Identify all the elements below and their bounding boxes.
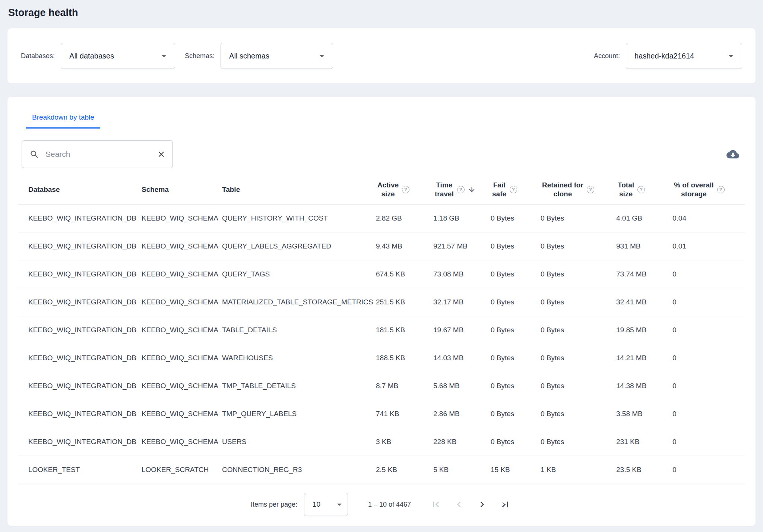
items-per-page-select[interactable]: 10 (304, 493, 348, 516)
table-row: KEEBO_WIQ_INTEGRATION_DBKEEBO_WIQ_SCHEMA… (18, 260, 745, 288)
table-row: KEEBO_WIQ_INTEGRATION_DBKEEBO_WIQ_SCHEMA… (18, 288, 745, 316)
column-header-label: Failsafe (492, 181, 506, 199)
cell-time-travel: 19.67 MB (433, 326, 491, 334)
table-row: KEEBO_WIQ_INTEGRATION_DBKEEBO_WIQ_SCHEMA… (18, 316, 745, 344)
cell-retained-for-clone: 0 Bytes (541, 438, 616, 446)
sort-desc-icon[interactable] (468, 186, 476, 193)
cell-time-travel: 32.17 MB (433, 298, 491, 306)
items-per-page-label: Items per page: (251, 501, 297, 509)
previous-page-button[interactable] (452, 497, 466, 512)
schemas-select[interactable]: All schemas (221, 43, 333, 69)
download-button[interactable] (726, 147, 740, 161)
column-header-total-size[interactable]: Totalsize (616, 181, 672, 199)
clear-search-button[interactable] (156, 149, 167, 159)
table-row: KEEBO_WIQ_INTEGRATION_DBKEEBO_WIQ_SCHEMA… (18, 372, 745, 400)
cell-schema: KEEBO_WIQ_SCHEMA (142, 354, 222, 362)
chevron-down-icon (334, 499, 345, 510)
cell-database: KEEBO_WIQ_INTEGRATION_DB (28, 298, 142, 306)
column-header-fail-safe[interactable]: Failsafe (491, 181, 541, 199)
column-header-time-travel[interactable]: Timetravel (433, 181, 491, 199)
cell-total-size: 231 KB (616, 438, 672, 446)
chevron-down-icon (316, 50, 327, 61)
databases-label: Databases: (21, 52, 55, 60)
tab-breakdown-by-table[interactable]: Breakdown by table (26, 113, 100, 129)
cell-schema: KEEBO_WIQ_SCHEMA (142, 242, 222, 250)
cell-percent-of-overall-storage: 0 (672, 438, 739, 446)
cell-percent-of-overall-storage: 0 (672, 466, 739, 474)
cell-fail-safe: 0 Bytes (491, 382, 541, 390)
table-toolbar (22, 140, 740, 168)
cell-database: KEEBO_WIQ_INTEGRATION_DB (28, 410, 142, 418)
databases-select-value: All databases (69, 52, 114, 60)
cell-total-size: 931 MB (616, 242, 672, 250)
cell-table: MATERIALIZED_TABLE_STORAGE_METRICS (222, 298, 376, 306)
cell-active-size: 2.82 GB (376, 214, 433, 222)
cell-schema: KEEBO_WIQ_SCHEMA (142, 438, 222, 446)
table-row: KEEBO_WIQ_INTEGRATION_DBKEEBO_WIQ_SCHEMA… (18, 400, 745, 428)
search-input[interactable] (45, 150, 150, 159)
chevron-down-icon (158, 50, 170, 61)
storage-health-page: Storage health Databases: All databases … (0, 0, 763, 532)
cell-schema: KEEBO_WIQ_SCHEMA (142, 270, 222, 278)
cell-percent-of-overall-storage: 0 (672, 410, 739, 418)
help-icon[interactable] (587, 186, 594, 193)
column-header-percent-of-overall-storage[interactable]: % of overallstorage (672, 181, 739, 199)
cell-retained-for-clone: 1 KB (541, 466, 616, 474)
column-header-retained-for-clone[interactable]: Retained forclone (541, 181, 616, 199)
column-header-active-size[interactable]: Activesize (376, 181, 433, 199)
first-page-icon (430, 499, 441, 510)
cell-total-size: 73.74 MB (616, 270, 672, 278)
schemas-filter: Schemas: All schemas (185, 43, 333, 69)
cell-database: KEEBO_WIQ_INTEGRATION_DB (28, 270, 142, 278)
cell-fail-safe: 0 Bytes (491, 298, 541, 306)
cell-retained-for-clone: 0 Bytes (541, 326, 616, 334)
search-box[interactable] (22, 140, 173, 168)
cell-table: TMP_QUERY_LABELS (222, 410, 376, 418)
cell-total-size: 14.38 MB (616, 382, 672, 390)
last-page-button[interactable] (498, 497, 512, 512)
cell-table: USERS (222, 438, 376, 446)
cell-database: KEEBO_WIQ_INTEGRATION_DB (28, 438, 142, 446)
databases-filter: Databases: All databases (21, 43, 175, 69)
help-icon[interactable] (637, 186, 645, 193)
cell-percent-of-overall-storage: 0.01 (672, 242, 739, 250)
account-select-value: hashed-kda21614 (634, 52, 694, 60)
cell-retained-for-clone: 0 Bytes (541, 270, 616, 278)
cell-time-travel: 14.03 MB (433, 354, 491, 362)
cell-active-size: 9.43 MB (376, 242, 433, 250)
first-page-button[interactable] (429, 497, 443, 512)
cell-time-travel: 228 KB (433, 438, 491, 446)
cell-schema: KEEBO_WIQ_SCHEMA (142, 382, 222, 390)
pagination: Items per page: 10 1 – 10 of 4467 (7, 493, 756, 516)
table-row: KEEBO_WIQ_INTEGRATION_DBKEEBO_WIQ_SCHEMA… (18, 205, 745, 232)
pager-buttons (429, 497, 512, 512)
cell-database: KEEBO_WIQ_INTEGRATION_DB (28, 382, 142, 390)
help-icon[interactable] (510, 186, 517, 193)
cell-active-size: 188.5 KB (376, 354, 433, 362)
cell-database: KEEBO_WIQ_INTEGRATION_DB (28, 242, 142, 250)
cell-total-size: 14.21 MB (616, 354, 672, 362)
help-icon[interactable] (457, 186, 465, 193)
column-header-table[interactable]: Table (222, 186, 376, 194)
cell-active-size: 674.5 KB (376, 270, 433, 278)
cell-time-travel: 5 KB (433, 466, 491, 474)
chevron-down-icon (725, 50, 737, 61)
next-page-button[interactable] (475, 497, 489, 512)
cell-table: QUERY_LABELS_AGGREGATED (222, 242, 376, 250)
cell-percent-of-overall-storage: 0 (672, 382, 739, 390)
cell-active-size: 741 KB (376, 410, 433, 418)
cell-total-size: 3.58 MB (616, 410, 672, 418)
help-icon[interactable] (717, 186, 725, 193)
databases-select[interactable]: All databases (61, 43, 175, 69)
cell-total-size: 19.85 MB (616, 326, 672, 334)
help-icon[interactable] (402, 186, 409, 193)
column-header-database[interactable]: Database (28, 186, 142, 194)
breakdown-card: Breakdown by table Database Schema (7, 97, 756, 526)
cell-retained-for-clone: 0 Bytes (541, 242, 616, 250)
column-header-schema[interactable]: Schema (142, 186, 222, 194)
cell-table: QUERY_TAGS (222, 270, 376, 278)
column-header-label: Retained forclone (542, 181, 583, 199)
cell-fail-safe: 0 Bytes (491, 438, 541, 446)
account-select[interactable]: hashed-kda21614 (626, 43, 742, 69)
cell-fail-safe: 0 Bytes (491, 326, 541, 334)
